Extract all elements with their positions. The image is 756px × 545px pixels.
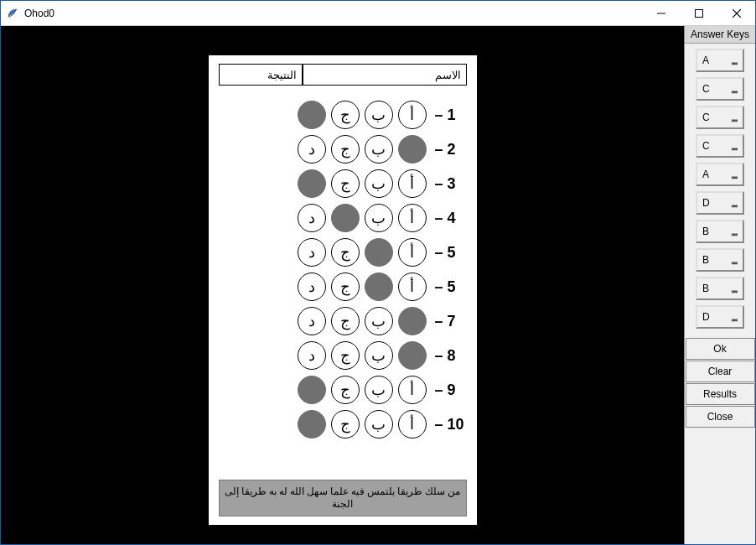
bubble-option[interactable]: ج — [331, 204, 360, 232]
maximize-button[interactable] — [680, 1, 717, 25]
bubble-option[interactable]: ج — [331, 101, 360, 129]
answer-key-value: C — [702, 140, 710, 152]
dropdown-indicator-icon: ▂ — [732, 85, 738, 93]
answer-key-select-4[interactable]: C▂ — [696, 134, 744, 158]
dropdown-indicator-icon: ▂ — [732, 113, 738, 122]
bubble-option[interactable]: أ — [398, 272, 427, 301]
row-number: – 10 — [432, 416, 467, 433]
answer-key-value: B — [702, 283, 709, 294]
bubble-option[interactable]: د — [298, 307, 326, 335]
answer-keys-panel: Answer Keys A▂C▂C▂C▂A▂D▂B▂B▂B▂D▂ Ok Clea… — [684, 26, 755, 545]
titlebar: Ohod0 — [1, 1, 755, 26]
minimize-button[interactable] — [642, 1, 680, 25]
bubble-option[interactable]: أ — [398, 238, 427, 267]
bubble-option[interactable]: ج — [331, 238, 360, 267]
bubble-option[interactable]: أ — [398, 204, 427, 232]
bubble-option[interactable]: ب — [365, 169, 393, 198]
bubble-option[interactable]: ج — [331, 376, 360, 404]
bubble-row: دجبأ– 8 — [219, 341, 467, 370]
bubble-row: دجبأ– 5 — [219, 238, 467, 267]
answer-key-select-9[interactable]: B▂ — [696, 277, 744, 300]
bubble-option[interactable]: أ — [398, 135, 427, 164]
bubble-row: دجبأ– 1 — [219, 101, 467, 129]
bubble-option[interactable]: د — [298, 204, 326, 232]
bubble-option[interactable]: ج — [331, 169, 360, 198]
answer-key-select-6[interactable]: D▂ — [696, 191, 744, 215]
dropdown-indicator-icon: ▂ — [732, 170, 738, 179]
bubble-option[interactable]: أ — [398, 376, 427, 404]
row-number: – 5 — [432, 244, 467, 262]
bubble-option[interactable]: ج — [331, 410, 360, 439]
bubble-option[interactable]: أ — [398, 101, 427, 129]
dropdown-indicator-icon: ▂ — [732, 313, 738, 321]
bubble-option[interactable]: ب — [365, 272, 393, 301]
bubble-option[interactable]: ب — [365, 307, 393, 335]
bubble-option[interactable]: ب — [365, 135, 393, 164]
row-number: – 7 — [432, 313, 467, 330]
answer-key-select-8[interactable]: B▂ — [696, 248, 744, 272]
bubble-row: دجبأ– 4 — [219, 204, 467, 232]
bubble-option[interactable]: ب — [365, 341, 393, 370]
close-window-button[interactable] — [717, 1, 755, 25]
answer-key-value: A — [702, 54, 709, 66]
row-number: – 3 — [432, 175, 467, 193]
svg-rect-1 — [695, 9, 702, 17]
bubble-row: دجبأ– 9 — [219, 376, 467, 404]
answer-key-select-10[interactable]: D▂ — [696, 305, 744, 329]
bubble-option[interactable]: د — [298, 169, 326, 198]
bubble-option[interactable]: ب — [365, 410, 393, 439]
window-title: Ohod0 — [24, 8, 54, 19]
panel-title: Answer Keys — [685, 26, 755, 44]
answer-key-value: C — [702, 83, 710, 95]
answer-key-value: B — [702, 254, 709, 266]
bubble-row: دجبأ– 3 — [219, 169, 467, 198]
bubble-option[interactable]: د — [298, 410, 326, 439]
results-button[interactable]: Results — [686, 383, 755, 405]
ok-button[interactable]: Ok — [686, 338, 755, 360]
bubble-option[interactable]: ب — [365, 101, 393, 129]
dropdown-indicator-icon: ▂ — [732, 284, 738, 293]
row-number: – 9 — [432, 382, 467, 399]
row-number: – 2 — [432, 141, 467, 158]
bubble-option[interactable]: ب — [365, 376, 393, 404]
bubble-option[interactable]: د — [298, 376, 326, 404]
bubble-option[interactable]: ب — [365, 204, 393, 232]
answer-key-value: D — [702, 197, 710, 209]
bubble-option[interactable]: ج — [331, 135, 360, 164]
row-number: – 1 — [432, 106, 467, 124]
bubble-option[interactable]: أ — [398, 169, 427, 198]
bubble-option[interactable]: أ — [398, 307, 427, 335]
clear-button[interactable]: Clear — [686, 361, 755, 382]
dropdown-indicator-icon: ▂ — [732, 56, 738, 65]
answer-key-select-2[interactable]: C▂ — [696, 77, 744, 101]
bubble-row: دجبأ– 2 — [219, 135, 467, 164]
name-field: الاسم — [303, 64, 467, 86]
row-number: – 4 — [432, 210, 467, 227]
dropdown-indicator-icon: ▂ — [732, 256, 738, 264]
dropdown-indicator-icon: ▂ — [732, 199, 738, 207]
result-field: النتيجة — [219, 64, 303, 86]
bubble-option[interactable]: د — [298, 101, 326, 129]
bubble-option[interactable]: د — [298, 135, 326, 164]
answer-key-value: B — [702, 226, 709, 237]
bubble-option[interactable]: د — [298, 272, 326, 301]
bubble-option[interactable]: ج — [331, 341, 360, 370]
footer-quote: من سلك طريقا يلتمس فيه علما سهل الله له … — [219, 480, 467, 516]
bubble-option[interactable]: ج — [331, 307, 360, 335]
bubble-option[interactable]: ب — [365, 238, 393, 267]
bubble-option[interactable]: أ — [398, 410, 427, 439]
answer-key-select-5[interactable]: A▂ — [696, 163, 744, 186]
bubble-option[interactable]: د — [298, 238, 326, 267]
answer-key-select-1[interactable]: A▂ — [696, 49, 744, 72]
bubble-option[interactable]: أ — [398, 341, 427, 370]
bubble-option[interactable]: د — [298, 341, 326, 370]
bubble-row: دجبأ– 10 — [219, 410, 467, 439]
bubble-row: دجبأ– 5 — [219, 272, 467, 301]
dropdown-indicator-icon: ▂ — [732, 142, 738, 150]
answer-key-select-7[interactable]: B▂ — [696, 220, 744, 243]
close-button[interactable]: Close — [686, 406, 755, 428]
bubble-row: دجبأ– 7 — [219, 307, 467, 335]
bubble-option[interactable]: ج — [331, 272, 360, 301]
answer-key-select-3[interactable]: C▂ — [696, 106, 744, 129]
answer-key-value: A — [702, 169, 709, 180]
